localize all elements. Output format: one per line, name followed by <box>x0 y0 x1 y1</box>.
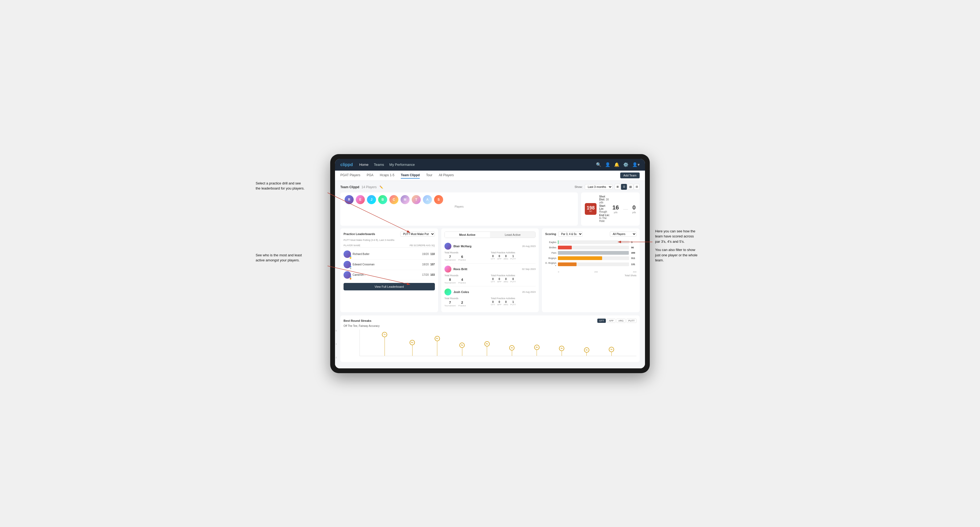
lb-row-2: Edward Crossman 18/20 107 <box>344 259 435 270</box>
team-controls: Show: Last 3 months ⊞ ☰ ▤ ⊟ <box>574 184 640 190</box>
dot-badge-4: 5x <box>484 341 490 346</box>
avatar-8[interactable]: A <box>423 195 432 204</box>
streaks-btn-app[interactable]: APP <box>607 319 616 323</box>
avatar-4[interactable]: B <box>378 195 387 204</box>
subnav-pgat[interactable]: PGAT Players <box>340 172 360 179</box>
bell-icon[interactable]: 🔔 <box>614 162 619 167</box>
team-title: Team Clippd 14 Players ✏️ <box>340 184 383 189</box>
y-label-bot: 2 <box>336 356 337 359</box>
streaks-btn-putt[interactable]: PUTT <box>627 319 637 323</box>
pa-date-1: 26 Aug 2023 <box>522 245 536 248</box>
avatar-5[interactable]: C <box>389 195 398 204</box>
annotation-top-right: Here you can see how the team have score… <box>655 229 732 263</box>
pa-rounds-group-1: Total Rounds 7 Tournament 6 Pr <box>444 251 489 261</box>
yardage-divider: — <box>623 206 628 212</box>
avatar-list: R E J B C M T A S <box>345 195 574 204</box>
scoring-header: Scoring Par 3, 4 & 5s All Players <box>545 232 636 237</box>
par-select[interactable]: Par 3, 4 & 5s <box>558 232 583 237</box>
annotation-bottom-left: See who is the most and least active amo… <box>256 252 325 263</box>
bar-value-bogeys: 311 <box>631 257 636 259</box>
pa-name-1: Blair McHarg <box>453 244 520 248</box>
dot-line-9 <box>611 352 612 356</box>
dot-line-8 <box>586 352 587 356</box>
person-icon[interactable]: 👤 <box>605 162 610 167</box>
lb-table-header: PLAYER NAME PB SCORE PB AVG SQ <box>344 243 435 248</box>
tab-least-active[interactable]: Least Active <box>490 232 535 238</box>
bar-chart: Eagles 3 Birdies 96 Pars 499 Bogeys 311 … <box>545 239 636 270</box>
table-view-button[interactable]: ⊟ <box>634 184 640 190</box>
avatar-3[interactable]: J <box>367 195 376 204</box>
bar-row-bogeys: Bogeys 311 <box>545 256 636 260</box>
subnav-tour[interactable]: Tour <box>426 172 432 179</box>
subnav-all-players[interactable]: All Players <box>439 172 454 179</box>
bar-track-bogeys <box>558 256 629 260</box>
profile-icon[interactable]: 👤▾ <box>632 162 640 167</box>
scoring-title: Scoring <box>545 232 556 236</box>
tab-most-active[interactable]: Most Active <box>445 232 490 238</box>
leaderboard-subtitle: PUTT Must Make Putting (3-6 ft), Last 3 … <box>344 239 435 241</box>
pa-rounds-group-3: Total Rounds 7 Tournament 2 Pr <box>444 297 489 307</box>
bar-fill-birdies <box>558 246 571 249</box>
subnav-team-clippd[interactable]: Team Clippd <box>401 172 420 179</box>
settings-icon[interactable]: ⚙️ <box>623 162 628 167</box>
drill-select[interactable]: PUTT Must Make Putting... <box>400 232 435 237</box>
view-icons: ⊞ ☰ ▤ ⊟ <box>615 184 640 190</box>
pa-header-1: Blair McHarg 26 Aug 2023 <box>444 243 536 250</box>
card-view-button[interactable]: ▤ <box>627 184 633 190</box>
bar-label-pars: Pars <box>545 252 556 254</box>
subnav-hcaps[interactable]: Hcaps 1-5 <box>380 172 395 179</box>
pa-practice-group-3: Total Practice Activities 0 OTT 0 <box>491 297 536 307</box>
timeline-chart-container: 6 4 2 7x 6x 6x 5x 5x 4x 4x 4x 3x <box>344 330 636 359</box>
chart-x-title: Total Shots <box>545 274 636 277</box>
pa-avatar-3 <box>444 289 451 295</box>
pa-avatar-2 <box>444 266 451 273</box>
avatar-6[interactable]: M <box>401 195 410 204</box>
players-avatars-card: R E J B C M T A S Players <box>340 192 578 226</box>
subnav-pga[interactable]: PGA <box>367 172 373 179</box>
show-period-select[interactable]: Last 3 months <box>585 184 612 189</box>
pa-date-3: 26 Aug 2023 <box>522 290 536 293</box>
tablet-frame: clippd Home Teams My Performance 🔍 👤 🔔 ⚙… <box>330 154 650 373</box>
leaderboard-title: Practice Leaderboards <box>344 232 375 236</box>
avatar-7[interactable]: T <box>412 195 421 204</box>
all-players-select[interactable]: All Players <box>610 232 636 237</box>
lb-score-2: 18/20 <box>422 263 429 266</box>
dot-group-5: 4x <box>509 345 514 356</box>
add-team-button[interactable]: Add Team <box>620 173 640 178</box>
search-icon[interactable]: 🔍 <box>596 162 601 167</box>
dot-badge-2: 6x <box>434 336 440 341</box>
bar-track-pars <box>558 251 629 255</box>
bar-row-dbogeys: D. Bogeys + 131 <box>545 262 636 267</box>
avatar-9[interactable]: S <box>434 195 443 204</box>
streaks-section: Best Round Streaks OTT APP ARG PUTT Off … <box>340 316 640 362</box>
dot-group-2: 6x <box>434 336 440 356</box>
practice-leaderboard-card: Practice Leaderboards PUTT Must Make Put… <box>340 229 438 312</box>
dot-group-6: 4x <box>534 344 539 356</box>
bar-value-dbogeys: 131 <box>631 263 636 266</box>
list-view-button[interactable]: ☰ <box>621 184 627 190</box>
streaks-btn-ott[interactable]: OTT <box>597 319 606 323</box>
subnav: PGAT Players PGA Hcaps 1-5 Team Clippd T… <box>335 171 645 181</box>
avatar-2[interactable]: E <box>356 195 365 204</box>
lb-name-2: Edward Crossman <box>353 263 420 266</box>
bar-value-eagles: 3 <box>631 241 636 243</box>
grid-view-button[interactable]: ⊞ <box>615 184 620 190</box>
y-label-mid: 4 <box>336 343 337 345</box>
pa-header-2: Rees Britt 02 Sep 2023 <box>444 266 536 273</box>
leaderboard-header: Practice Leaderboards PUTT Must Make Put… <box>344 232 435 237</box>
timeline-y-labels: 6 4 2 <box>336 330 337 359</box>
x-label-200: 200 <box>594 271 598 273</box>
lb-avg-1: 110 <box>430 252 435 256</box>
team-header: Team Clippd 14 Players ✏️ Show: Last 3 m… <box>340 184 640 190</box>
lb-score-1: 19/20 <box>422 252 429 256</box>
nav-home[interactable]: Home <box>359 162 369 168</box>
nav-teams[interactable]: Teams <box>374 162 384 168</box>
streaks-btn-arg[interactable]: ARG <box>616 319 625 323</box>
nav-my-performance[interactable]: My Performance <box>389 162 415 168</box>
dot-line-3 <box>462 348 462 356</box>
view-full-leaderboard-button[interactable]: View Full Leaderboard <box>344 283 435 290</box>
shot-badge: 198 SC <box>585 203 597 215</box>
avatar-1[interactable]: R <box>345 195 354 204</box>
shot-info: Shot Dist: 16 yds Start Lie: Rough End L… <box>599 195 610 223</box>
edit-team-icon[interactable]: ✏️ <box>379 186 383 189</box>
